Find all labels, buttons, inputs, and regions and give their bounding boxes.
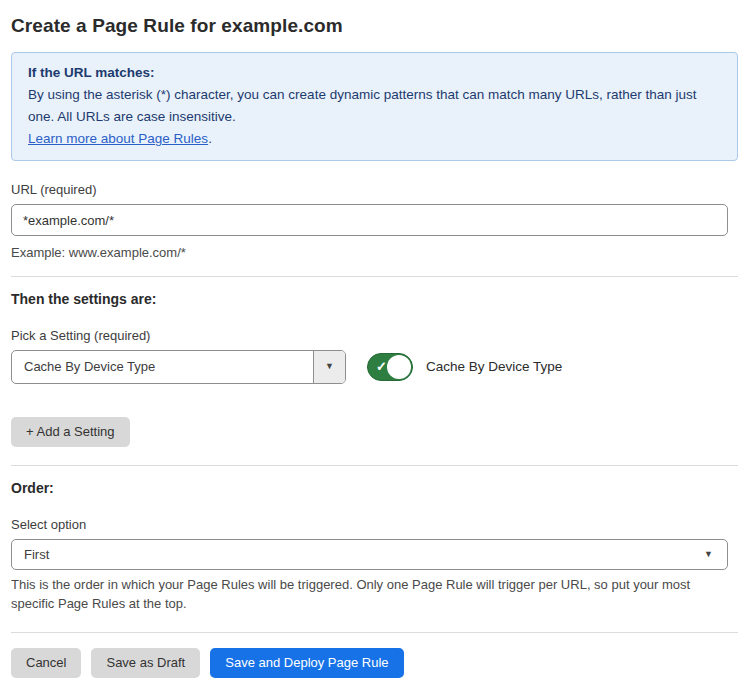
setting-toggle-group: ✓ Cache By Device Type <box>367 353 562 381</box>
save-draft-button[interactable]: Save as Draft <box>91 648 200 678</box>
info-box-link-line: Learn more about Page Rules. <box>28 128 721 150</box>
setting-toggle-label: Cache By Device Type <box>426 359 562 374</box>
divider <box>11 276 738 277</box>
url-match-info-box: If the URL matches: By using the asteris… <box>11 52 738 161</box>
url-field-helper: Example: www.example.com/* <box>11 243 738 263</box>
url-input[interactable] <box>11 204 728 236</box>
add-setting-button[interactable]: + Add a Setting <box>11 417 130 447</box>
info-box-body: By using the asterisk (*) character, you… <box>28 84 721 128</box>
divider <box>11 465 738 466</box>
toggle-knob <box>387 355 411 379</box>
order-section-heading: Order: <box>11 480 738 496</box>
order-helper-text: This is the order in which your Page Rul… <box>11 575 737 614</box>
setting-select-arrow-button[interactable]: ▼ <box>313 351 345 383</box>
check-icon: ✓ <box>376 360 387 373</box>
order-select-arrow: ▼ <box>704 550 727 559</box>
cancel-button[interactable]: Cancel <box>11 648 81 678</box>
chevron-down-icon: ▼ <box>325 362 334 371</box>
link-suffix-period: . <box>208 131 212 146</box>
divider <box>11 632 738 633</box>
page-title: Create a Page Rule for example.com <box>11 15 738 37</box>
footer-actions: Cancel Save as Draft Save and Deploy Pag… <box>11 648 738 678</box>
setting-enabled-toggle[interactable]: ✓ <box>367 353 413 381</box>
setting-select-value: Cache By Device Type <box>12 359 313 374</box>
setting-select[interactable]: Cache By Device Type ▼ <box>11 350 346 384</box>
settings-row: Cache By Device Type ▼ ✓ Cache By Device… <box>11 350 738 384</box>
learn-more-link[interactable]: Learn more about Page Rules <box>28 131 208 146</box>
order-select-value: First <box>12 547 704 562</box>
settings-section-heading: Then the settings are: <box>11 291 738 307</box>
info-box-heading: If the URL matches: <box>28 62 721 84</box>
chevron-down-icon: ▼ <box>704 550 713 559</box>
setting-picker-label: Pick a Setting (required) <box>11 328 738 343</box>
order-select-label: Select option <box>11 517 738 532</box>
order-select[interactable]: First ▼ <box>11 539 728 570</box>
url-field-label: URL (required) <box>11 182 738 197</box>
create-page-rule-form: Create a Page Rule for example.com If th… <box>0 0 750 678</box>
save-deploy-button[interactable]: Save and Deploy Page Rule <box>210 648 403 678</box>
